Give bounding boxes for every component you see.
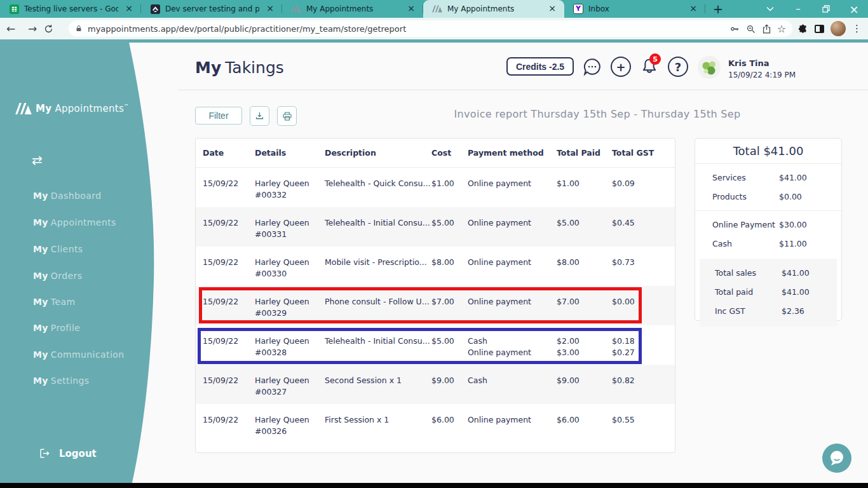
table-row[interactable]: 15/09/22 Harley Queen#00331 Telehealth -…	[196, 207, 675, 247]
tab-title: Testing live servers - Google	[24, 4, 118, 13]
cell-total-paid: $1.00	[557, 178, 612, 207]
cell-total-gst: $0.00	[612, 296, 675, 325]
browser-menu-icon[interactable]: ⋮	[852, 23, 862, 34]
tab-my-appointments-1[interactable]: My Appointments ×	[282, 0, 423, 18]
browser-profile-avatar[interactable]	[831, 21, 846, 36]
cell-cost: $5.00	[431, 217, 468, 247]
cell-date: 15/09/22	[203, 336, 255, 365]
sidebar-item-team[interactable]: MyTeam	[33, 297, 75, 307]
tab-title: My Appointments	[306, 4, 400, 13]
window-controls: – ×	[756, 0, 868, 18]
table-row[interactable]: 15/09/22 Harley Queen#00332 Telehealth -…	[196, 168, 675, 207]
print-icon	[281, 111, 293, 122]
restore-button[interactable]	[812, 0, 840, 18]
table-row-highlighted-blue[interactable]: 15/09/22 Harley Queen#00328 Telehealth -…	[196, 325, 675, 365]
summary-sales-section: Services$41.00 Products$0.00	[695, 164, 841, 211]
cell-total-paid: $7.00	[557, 296, 612, 325]
cell-payment-method: Online payment	[468, 217, 557, 247]
logout-button[interactable]: Logout	[38, 447, 97, 459]
cell-total-gst: $0.09	[612, 178, 675, 207]
cell-description: Telehealth - Initial Consu...	[325, 217, 431, 247]
messages-icon[interactable]	[582, 57, 602, 77]
cell-details: Harley Queen#00332	[255, 178, 325, 207]
password-key-icon[interactable]	[729, 24, 740, 34]
tab-title: My Appointments	[447, 4, 541, 13]
download-button[interactable]	[250, 106, 269, 126]
cell-details: Harley Queen#00326	[255, 414, 325, 444]
help-icon[interactable]: ?	[668, 57, 688, 77]
collapse-sidebar-icon[interactable]: ⇄	[32, 152, 43, 168]
close-window-button[interactable]: ×	[840, 0, 868, 18]
cell-description: Second Session x 1	[325, 375, 431, 404]
cell-description: Phone consult - Follow U...	[325, 296, 431, 325]
cell-date: 15/09/22	[203, 414, 255, 444]
report-title: Invoice report Thursday 15th Sep - Thurs…	[445, 108, 750, 120]
practice-logo[interactable]	[698, 56, 721, 79]
cell-details: Harley Queen#00330	[255, 257, 325, 286]
cell-total-paid: $5.00	[557, 217, 612, 247]
header-divider	[178, 90, 868, 90]
live-chat-button[interactable]	[822, 444, 851, 473]
cell-details: Harley Queen#00327	[255, 375, 325, 404]
tab-dev-server-testing[interactable]: Dev server testing and pendi ×	[141, 0, 282, 18]
url-text[interactable]: myappointments.app/dev/portal/public/pra…	[88, 24, 724, 34]
tab-close-icon[interactable]: ×	[264, 3, 276, 15]
user-datetime: 15/09/22 4:19 PM	[728, 71, 796, 79]
google-sheets-icon	[9, 4, 19, 14]
cell-description: First Session x 1	[325, 414, 431, 444]
add-new-icon[interactable]: +	[611, 57, 631, 77]
summary-row: Products$0.00	[695, 187, 841, 207]
share-icon[interactable]	[761, 24, 772, 34]
forward-button[interactable]: →	[22, 22, 43, 35]
table-row[interactable]: 15/09/22 Harley Queen#00326 First Sessio…	[196, 404, 675, 444]
new-tab-button[interactable]: +	[713, 2, 723, 16]
reload-button[interactable]	[43, 24, 65, 34]
sidebar-item-orders[interactable]: MyOrders	[33, 271, 82, 281]
sidebar-item-dashboard[interactable]: MyDashboard	[33, 191, 101, 201]
table-row-highlighted-red[interactable]: 15/09/22 Harley Queen#00329 Phone consul…	[196, 286, 675, 325]
clickup-icon	[150, 4, 160, 14]
tab-close-icon[interactable]: ×	[405, 3, 417, 15]
cell-cost: $9.00	[431, 375, 468, 404]
table-row[interactable]: 15/09/22 Harley Queen#00327 Second Sessi…	[196, 365, 675, 404]
cell-total-gst: $0.45	[612, 217, 675, 247]
cell-cost: $1.00	[431, 178, 468, 207]
minimize-button[interactable]: –	[784, 0, 812, 18]
cell-total-gst: $0.55	[612, 414, 675, 444]
credits-button[interactable]: Credits -2.5	[506, 57, 574, 76]
cell-details: Harley Queen#00331	[255, 217, 325, 247]
cell-cost: $5.00	[431, 336, 468, 365]
lock-icon	[75, 24, 83, 33]
tab-close-icon[interactable]: ×	[123, 3, 135, 15]
extensions-puzzle-icon[interactable]	[797, 24, 808, 34]
tab-inbox[interactable]: Y Inbox ×	[564, 0, 705, 18]
sidebar-item-profile[interactable]: MyProfile	[33, 323, 80, 333]
tab-testing-live-servers[interactable]: Testing live servers - Google ×	[0, 0, 141, 18]
sidebar-item-appointments[interactable]: MyAppointments	[33, 217, 116, 227]
back-button[interactable]: ←	[0, 22, 22, 35]
tab-close-icon[interactable]: ×	[546, 3, 558, 15]
tab-my-appointments-active[interactable]: My Appointments ×	[423, 0, 564, 18]
col-description: Description	[325, 148, 431, 158]
summary-row: Cash$11.00	[695, 234, 841, 254]
tab-close-icon[interactable]: ×	[688, 3, 699, 15]
summary-total: Total $41.00	[695, 139, 841, 164]
bookmark-star-icon[interactable]: ☆	[777, 23, 786, 35]
table-row[interactable]: 15/09/22 Harley Queen#00330 Mobile visit…	[196, 247, 675, 286]
user-block[interactable]: Kris Tina 15/09/22 4:19 PM	[728, 58, 796, 79]
col-date: Date	[203, 148, 255, 158]
zoom-out-icon[interactable]	[745, 24, 756, 34]
sidebar-item-communication[interactable]: MyCommunication	[33, 349, 124, 360]
summary-row: Total sales$41.00	[700, 264, 837, 283]
cell-total-gst: $0.73	[612, 257, 675, 286]
address-bar[interactable]: myappointments.app/dev/portal/public/pra…	[69, 20, 792, 37]
tab-search-chevron-icon[interactable]	[756, 0, 784, 18]
summary-card: Total $41.00 Services$41.00 Products$0.0…	[695, 138, 842, 321]
print-button[interactable]	[277, 106, 297, 126]
sidebar-item-clients[interactable]: MyClients	[33, 244, 83, 254]
side-panel-icon[interactable]	[815, 25, 824, 33]
filter-button[interactable]: Filter	[195, 107, 242, 125]
notification-badge: 5	[649, 53, 661, 65]
app-logo-text: My Appointments™	[36, 103, 129, 114]
sidebar-item-settings[interactable]: MySettings	[33, 376, 89, 386]
